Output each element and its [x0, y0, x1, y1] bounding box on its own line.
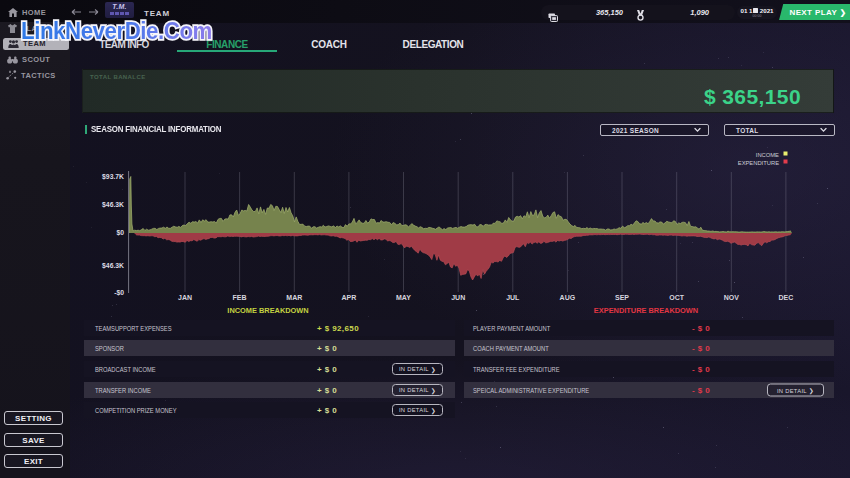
svg-text:MAY: MAY	[396, 294, 411, 301]
svg-text:JUN: JUN	[451, 294, 465, 301]
svg-text:JAN: JAN	[178, 294, 192, 301]
svg-text:MAR: MAR	[286, 294, 302, 301]
svg-text:$46.3K: $46.3K	[102, 201, 124, 209]
svg-text:$93.7K: $93.7K	[102, 173, 124, 181]
svg-text:INCOME: INCOME	[756, 152, 779, 158]
svg-text:APR: APR	[342, 294, 357, 301]
svg-text:SEP: SEP	[615, 294, 629, 301]
svg-text:JUL: JUL	[506, 294, 520, 301]
svg-text:$0: $0	[116, 229, 124, 237]
svg-text:$46.3K: $46.3K	[102, 262, 124, 270]
svg-text:EXPENDITURE: EXPENDITURE	[738, 160, 779, 166]
svg-text:-$0: -$0	[114, 289, 124, 297]
svg-text:FEB: FEB	[233, 294, 247, 301]
svg-text:OCT: OCT	[669, 294, 685, 301]
svg-text:AUG: AUG	[560, 294, 576, 301]
svg-text:NOV: NOV	[724, 294, 740, 301]
svg-text:DEC: DEC	[779, 294, 794, 301]
